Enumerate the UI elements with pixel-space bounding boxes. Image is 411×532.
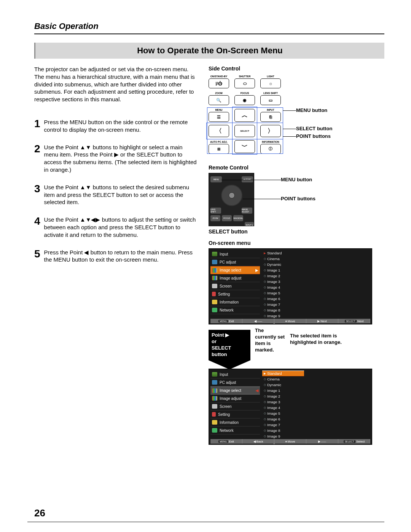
- step-text: Press the MENU button on the side contro…: [44, 118, 198, 134]
- side-control-title: Side Control: [209, 66, 384, 72]
- shutter-button: SHUTTER⬭: [234, 78, 255, 88]
- osd-sub-item: ◇Image 2: [262, 273, 304, 279]
- osd-main-item-active: Image select◀: [210, 387, 260, 395]
- side-control-diagram: ON/STAND-BY|/⏻ SHUTTER⬭ LIGHT☼ ZOOM🔍 FOC…: [209, 74, 288, 155]
- network-icon: [212, 308, 217, 312]
- intro-paragraph: The projector can be adjusted or set via…: [34, 66, 198, 103]
- step-text: Use the Point ▲▼ buttons to select the d…: [44, 184, 198, 206]
- footer-rule: [27, 522, 384, 522]
- rc-autopc-button: AUTOPC: [242, 176, 253, 182]
- rc-zoom-button: ZOOM: [210, 215, 220, 221]
- image-select-icon: [212, 388, 217, 393]
- remote-control-diagram: MENU AUTOPC LENS SHIFT IMAGE ADJUST ZOOM…: [209, 173, 254, 226]
- rc-callout-menu: MENU button: [281, 177, 312, 182]
- osd-main-item: Setting: [210, 411, 260, 419]
- callout-point: POINT buttons: [296, 133, 331, 139]
- input-icon: [212, 372, 217, 377]
- screen-icon: [212, 404, 217, 409]
- osd-sub-item: ◇Image 1: [262, 388, 304, 393]
- osd-sub-item-selected: ▸Standard: [262, 371, 304, 376]
- annotation-highlighted: The selected item is highlighted in oran…: [290, 328, 355, 346]
- image-adjust-icon: [212, 276, 217, 280]
- osd-main-item: Network: [210, 306, 260, 314]
- setting-icon: [212, 412, 216, 417]
- osd-sub-item: ◇Image 7: [262, 422, 304, 428]
- zoom-button: ZOOM🔍: [209, 95, 229, 105]
- rc-focus-button: FOCUS: [222, 215, 232, 221]
- on-standby-button: ON/STAND-BY|/⏻: [209, 78, 229, 88]
- osd-sub-item: ◇Image 1: [262, 267, 304, 273]
- screen-icon: [212, 284, 217, 288]
- step-4: 4 Use the Point ▲▼◀▶ buttons to adjust t…: [34, 216, 198, 238]
- image-adjust-icon: [212, 396, 217, 401]
- rc-callout-select: SELECT button: [209, 228, 384, 235]
- step-number: 4: [34, 216, 40, 238]
- section-title: Basic Operation: [34, 21, 384, 34]
- osd-sub-item: ◇Image 8: [262, 307, 304, 313]
- step-number: 1: [34, 118, 40, 134]
- osd-screenshot-submenu: Input PC adjust Image select◀ Image adju…: [209, 369, 372, 445]
- osd-sub-item: ◇Image 3: [262, 399, 304, 405]
- osd-sub-item: ▸Standard: [262, 250, 304, 256]
- osd-main-item: Image adjust: [210, 395, 260, 403]
- osd-main-item-selected: Image select▶: [210, 266, 260, 274]
- osd-sub-item: ◇Image 4: [262, 284, 304, 290]
- osd-main-item: Image adjust: [210, 274, 260, 282]
- osd-sub-item: ◇Dynamic: [262, 382, 304, 388]
- step-number: 3: [34, 184, 40, 206]
- osd-main-item: Information: [210, 298, 260, 306]
- osd-sub-item: ◇Dynamic: [262, 262, 304, 267]
- osd-main-item: Screen: [210, 403, 260, 411]
- osd-sub-item: ◇Image 6: [262, 296, 304, 302]
- callout-menu: MENU button: [296, 107, 327, 113]
- osd-sub-item: ◇Cinema: [262, 376, 304, 382]
- rc-select-button: [229, 192, 235, 198]
- rc-imagesel-button: IMAGESEL: [233, 215, 243, 221]
- osd-nav-bar: MENUExit ◀ ----- ♦ Move ▶ Next SELECTNex…: [210, 319, 370, 323]
- rc-callout-point: POINT buttons: [281, 196, 315, 201]
- remote-control-title: Remote Control: [209, 165, 384, 171]
- osd-nav-bar: MENUExit ◀ Back ♦ Move ▶ ----- SELECTSel…: [210, 439, 370, 444]
- annotation-currently: The currently set item is marked.: [255, 328, 285, 353]
- page-number: 26: [34, 507, 45, 519]
- step-text: Use the Point ▲▼◀▶ buttons to adjust the…: [44, 216, 198, 238]
- pc-icon: [212, 260, 217, 264]
- osd-sub-item: ◇Image 9: [262, 313, 304, 319]
- pc-icon: [212, 380, 217, 385]
- osd-main-item: Input: [210, 250, 260, 258]
- osd-sub-item: ◇Image 9: [262, 433, 304, 439]
- image-select-icon: [212, 268, 217, 273]
- step-number: 2: [34, 144, 40, 174]
- rc-input1-button: INPUT 1: [245, 222, 254, 226]
- setting-icon: [212, 292, 216, 296]
- osd-main-item: Information: [210, 419, 260, 427]
- rc-menu-button: MENU: [210, 176, 222, 182]
- step-3: 3 Use the Point ▲▼ buttons to select the…: [34, 184, 198, 206]
- info-icon: [212, 300, 217, 304]
- rc-image-button: IMAGE ADJUST: [242, 208, 252, 214]
- osd-sub-item: ◇Image 8: [262, 428, 304, 433]
- step-number: 5: [34, 249, 40, 264]
- network-icon: [212, 428, 217, 433]
- osd-sub-item: ◇Image 6: [262, 416, 304, 422]
- osd-sub-item: ◇Image 3: [262, 279, 304, 284]
- osd-main-item: Screen: [210, 282, 260, 290]
- page-banner: How to Operate the On-Screen Menu: [34, 43, 384, 59]
- osd-sub-item: ◇Image 5: [262, 290, 304, 296]
- rc-lens-button: LENS SHIFT: [210, 208, 221, 214]
- osd-title: On-screen menu: [209, 240, 384, 246]
- osd-main-item: PC adjust: [210, 258, 260, 266]
- light-button: LIGHT☼: [260, 78, 281, 88]
- step-text: Press the Point ◀ button to return to th…: [44, 249, 198, 264]
- osd-main-item: PC adjust: [210, 379, 260, 387]
- marker-icon: ▸: [264, 251, 266, 256]
- step-5: 5 Press the Point ◀ button to return to …: [34, 249, 198, 264]
- step-1: 1 Press the MENU button on the side cont…: [34, 118, 198, 134]
- step-2: 2 Use the Point ▲▼ buttons to highlight …: [34, 144, 198, 174]
- osd-main-item: Input: [210, 371, 260, 379]
- osd-sub-item: ◇Image 4: [262, 405, 304, 411]
- focus-button: FOCUS◉: [234, 95, 255, 105]
- osd-main-item: Setting: [210, 290, 260, 298]
- osd-screenshot-main: Input PC adjust Image select▶ Image adju…: [209, 248, 372, 324]
- osd-sub-item: ◇Cinema: [262, 256, 304, 262]
